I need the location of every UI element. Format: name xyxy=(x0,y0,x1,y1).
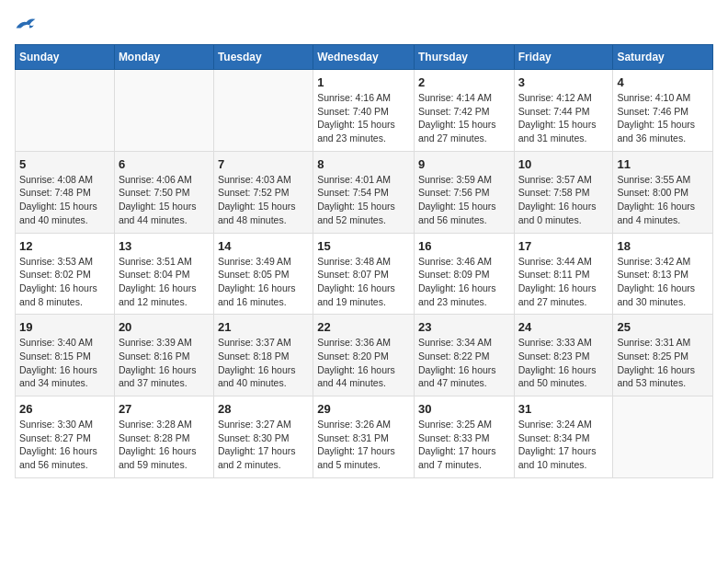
day-number: 17 xyxy=(518,239,609,253)
day-info: Sunrise: 3:24 AM Sunset: 8:34 PM Dayligh… xyxy=(518,418,609,472)
calendar-header: SundayMondayTuesdayWednesdayThursdayFrid… xyxy=(16,45,713,70)
day-info: Sunrise: 3:37 AM Sunset: 8:18 PM Dayligh… xyxy=(218,336,309,390)
day-info: Sunrise: 3:44 AM Sunset: 8:11 PM Dayligh… xyxy=(518,255,609,309)
day-number: 1 xyxy=(317,75,410,89)
day-number: 22 xyxy=(317,320,410,334)
day-number: 6 xyxy=(119,157,210,171)
day-number: 18 xyxy=(617,239,709,253)
day-info: Sunrise: 3:27 AM Sunset: 8:30 PM Dayligh… xyxy=(218,418,309,472)
day-cell: 26Sunrise: 3:30 AM Sunset: 8:27 PM Dayli… xyxy=(16,396,115,478)
week-row-2: 5Sunrise: 4:08 AM Sunset: 7:48 PM Daylig… xyxy=(16,151,713,233)
day-cell: 29Sunrise: 3:26 AM Sunset: 8:31 PM Dayli… xyxy=(313,396,415,478)
day-info: Sunrise: 3:59 AM Sunset: 7:56 PM Dayligh… xyxy=(418,173,510,227)
logo-bird-icon xyxy=(15,15,37,33)
day-number: 12 xyxy=(19,239,110,253)
day-cell: 17Sunrise: 3:44 AM Sunset: 8:11 PM Dayli… xyxy=(514,233,613,315)
day-info: Sunrise: 4:10 AM Sunset: 7:46 PM Dayligh… xyxy=(617,91,709,145)
day-cell: 18Sunrise: 3:42 AM Sunset: 8:13 PM Dayli… xyxy=(613,233,713,315)
day-info: Sunrise: 3:48 AM Sunset: 8:07 PM Dayligh… xyxy=(317,255,410,309)
day-number: 21 xyxy=(218,320,309,334)
day-cell: 31Sunrise: 3:24 AM Sunset: 8:34 PM Dayli… xyxy=(514,396,613,478)
week-row-3: 12Sunrise: 3:53 AM Sunset: 8:02 PM Dayli… xyxy=(16,233,713,315)
day-info: Sunrise: 3:31 AM Sunset: 8:25 PM Dayligh… xyxy=(617,336,709,390)
day-number: 15 xyxy=(317,239,410,253)
day-number: 11 xyxy=(617,157,709,171)
day-info: Sunrise: 3:46 AM Sunset: 8:09 PM Dayligh… xyxy=(418,255,510,309)
weekday-header-monday: Monday xyxy=(114,45,213,70)
weekday-header-wednesday: Wednesday xyxy=(313,45,415,70)
logo xyxy=(15,15,40,33)
day-info: Sunrise: 3:28 AM Sunset: 8:28 PM Dayligh… xyxy=(119,418,210,472)
day-cell: 21Sunrise: 3:37 AM Sunset: 8:18 PM Dayli… xyxy=(213,315,313,396)
day-cell: 1Sunrise: 4:16 AM Sunset: 7:40 PM Daylig… xyxy=(313,70,415,152)
day-cell: 27Sunrise: 3:28 AM Sunset: 8:28 PM Dayli… xyxy=(114,396,213,478)
day-cell: 22Sunrise: 3:36 AM Sunset: 8:20 PM Dayli… xyxy=(313,315,415,396)
day-cell xyxy=(613,396,713,478)
day-cell: 19Sunrise: 3:40 AM Sunset: 8:15 PM Dayli… xyxy=(16,315,115,396)
day-number: 8 xyxy=(317,157,410,171)
day-number: 25 xyxy=(617,320,709,334)
day-info: Sunrise: 3:57 AM Sunset: 7:58 PM Dayligh… xyxy=(518,173,609,227)
day-info: Sunrise: 3:49 AM Sunset: 8:05 PM Dayligh… xyxy=(218,255,309,309)
day-info: Sunrise: 4:06 AM Sunset: 7:50 PM Dayligh… xyxy=(119,173,210,227)
day-cell: 28Sunrise: 3:27 AM Sunset: 8:30 PM Dayli… xyxy=(213,396,313,478)
day-cell xyxy=(213,70,313,152)
day-info: Sunrise: 3:55 AM Sunset: 8:00 PM Dayligh… xyxy=(617,173,709,227)
day-info: Sunrise: 4:03 AM Sunset: 7:52 PM Dayligh… xyxy=(218,173,309,227)
day-number: 31 xyxy=(518,402,609,416)
day-cell: 23Sunrise: 3:34 AM Sunset: 8:22 PM Dayli… xyxy=(414,315,514,396)
day-cell: 3Sunrise: 4:12 AM Sunset: 7:44 PM Daylig… xyxy=(514,70,613,152)
day-info: Sunrise: 3:26 AM Sunset: 8:31 PM Dayligh… xyxy=(317,418,410,472)
day-number: 24 xyxy=(518,320,609,334)
day-number: 19 xyxy=(19,320,110,334)
day-info: Sunrise: 3:25 AM Sunset: 8:33 PM Dayligh… xyxy=(418,418,510,472)
day-number: 27 xyxy=(119,402,210,416)
day-cell: 14Sunrise: 3:49 AM Sunset: 8:05 PM Dayli… xyxy=(213,233,313,315)
day-number: 4 xyxy=(617,75,709,89)
day-cell: 6Sunrise: 4:06 AM Sunset: 7:50 PM Daylig… xyxy=(114,151,213,233)
day-number: 2 xyxy=(418,75,510,89)
week-row-4: 19Sunrise: 3:40 AM Sunset: 8:15 PM Dayli… xyxy=(16,315,713,396)
week-row-5: 26Sunrise: 3:30 AM Sunset: 8:27 PM Dayli… xyxy=(16,396,713,478)
day-info: Sunrise: 3:34 AM Sunset: 8:22 PM Dayligh… xyxy=(418,336,510,390)
weekday-header-saturday: Saturday xyxy=(613,45,713,70)
day-info: Sunrise: 3:40 AM Sunset: 8:15 PM Dayligh… xyxy=(19,336,110,390)
day-cell: 25Sunrise: 3:31 AM Sunset: 8:25 PM Dayli… xyxy=(613,315,713,396)
weekday-header-thursday: Thursday xyxy=(414,45,514,70)
day-cell: 16Sunrise: 3:46 AM Sunset: 8:09 PM Dayli… xyxy=(414,233,514,315)
day-cell: 20Sunrise: 3:39 AM Sunset: 8:16 PM Dayli… xyxy=(114,315,213,396)
day-cell: 13Sunrise: 3:51 AM Sunset: 8:04 PM Dayli… xyxy=(114,233,213,315)
day-number: 23 xyxy=(418,320,510,334)
day-cell: 8Sunrise: 4:01 AM Sunset: 7:54 PM Daylig… xyxy=(313,151,415,233)
day-number: 7 xyxy=(218,157,309,171)
day-cell: 9Sunrise: 3:59 AM Sunset: 7:56 PM Daylig… xyxy=(414,151,514,233)
day-number: 14 xyxy=(218,239,309,253)
day-number: 28 xyxy=(218,402,309,416)
day-info: Sunrise: 3:42 AM Sunset: 8:13 PM Dayligh… xyxy=(617,255,709,309)
day-cell: 7Sunrise: 4:03 AM Sunset: 7:52 PM Daylig… xyxy=(213,151,313,233)
day-info: Sunrise: 3:53 AM Sunset: 8:02 PM Dayligh… xyxy=(19,255,110,309)
day-info: Sunrise: 4:08 AM Sunset: 7:48 PM Dayligh… xyxy=(19,173,110,227)
day-info: Sunrise: 3:39 AM Sunset: 8:16 PM Dayligh… xyxy=(119,336,210,390)
day-number: 10 xyxy=(518,157,609,171)
calendar-table: SundayMondayTuesdayWednesdayThursdayFrid… xyxy=(15,44,713,478)
day-info: Sunrise: 3:33 AM Sunset: 8:23 PM Dayligh… xyxy=(518,336,609,390)
day-info: Sunrise: 3:51 AM Sunset: 8:04 PM Dayligh… xyxy=(119,255,210,309)
day-cell: 30Sunrise: 3:25 AM Sunset: 8:33 PM Dayli… xyxy=(414,396,514,478)
day-cell xyxy=(16,70,115,152)
day-info: Sunrise: 4:01 AM Sunset: 7:54 PM Dayligh… xyxy=(317,173,410,227)
weekday-header-row: SundayMondayTuesdayWednesdayThursdayFrid… xyxy=(16,45,713,70)
day-number: 30 xyxy=(418,402,510,416)
calendar-body: 1Sunrise: 4:16 AM Sunset: 7:40 PM Daylig… xyxy=(16,70,713,478)
day-number: 26 xyxy=(19,402,110,416)
weekday-header-friday: Friday xyxy=(514,45,613,70)
weekday-header-tuesday: Tuesday xyxy=(213,45,313,70)
day-number: 16 xyxy=(418,239,510,253)
day-number: 13 xyxy=(119,239,210,253)
day-info: Sunrise: 4:12 AM Sunset: 7:44 PM Dayligh… xyxy=(518,91,609,145)
day-number: 5 xyxy=(19,157,110,171)
day-info: Sunrise: 3:36 AM Sunset: 8:20 PM Dayligh… xyxy=(317,336,410,390)
day-info: Sunrise: 3:30 AM Sunset: 8:27 PM Dayligh… xyxy=(19,418,110,472)
weekday-header-sunday: Sunday xyxy=(16,45,115,70)
day-number: 9 xyxy=(418,157,510,171)
